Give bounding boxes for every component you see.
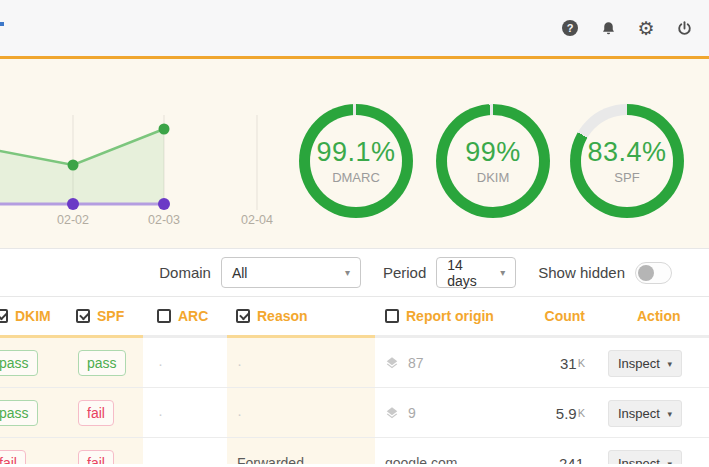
dkim-label: DKIM	[477, 170, 510, 185]
column-label: Count	[545, 308, 585, 324]
domain-select[interactable]: All ▾	[221, 257, 361, 288]
column-label: Action	[637, 308, 681, 324]
dkim-donut: 99% DKIM	[436, 104, 550, 218]
origin-count: 9	[408, 405, 416, 421]
table-row: pass pass · · 87 31K Inspect ▾	[0, 338, 709, 388]
summary-section: 02-02 02-03 02-04 99.1% DMARC 99% DKIM 8…	[0, 59, 709, 248]
column-label: SPF	[97, 308, 124, 324]
spf-result-badge: fail	[78, 400, 114, 426]
filter-bar: Domain All ▾ Period 14 days ▾ Show hidde…	[0, 248, 709, 297]
volume-area-chart: 02-02 02-03 02-04	[0, 59, 290, 248]
green-point[interactable]	[159, 124, 170, 135]
dkim-result-badge: pass	[0, 350, 38, 376]
dkim-percentage: 99%	[465, 137, 521, 168]
count-cell: 241	[559, 438, 585, 464]
origin-domain: google.com	[385, 455, 457, 464]
x-tick: 02-02	[57, 213, 89, 227]
report-origin-cell: google.com	[385, 438, 457, 464]
purple-point[interactable]	[158, 198, 170, 210]
column-label: Reason	[257, 308, 308, 324]
bell-icon[interactable]	[599, 19, 617, 37]
report-origin-cell: 9	[385, 388, 416, 438]
origin-count: 87	[408, 355, 424, 371]
spf-result-badge: pass	[78, 350, 126, 376]
spf-column-checkbox[interactable]	[76, 309, 90, 323]
count-value: 31	[560, 355, 577, 372]
x-tick: 02-04	[241, 213, 273, 227]
arc-cell: ·	[158, 438, 163, 464]
report-origin-column-checkbox[interactable]	[385, 309, 399, 323]
table-body: pass pass · · 87 31K Inspect ▾ pass fail…	[0, 338, 709, 464]
table-header: DKIM SPF ARC Reason Report origin Count …	[0, 297, 709, 338]
inspect-button[interactable]: Inspect ▾	[608, 400, 682, 427]
dkim-result-badge: fail	[0, 450, 26, 464]
dmarc-donut: 99.1% DMARC	[299, 104, 413, 218]
chevron-down-icon: ▾	[345, 267, 350, 278]
arc-cell: ·	[158, 338, 163, 388]
help-glyph: ?	[562, 20, 578, 36]
show-hidden-toggle[interactable]	[635, 262, 672, 284]
x-tick: 02-03	[148, 213, 180, 227]
column-label: DKIM	[15, 308, 51, 324]
inspect-label: Inspect	[618, 406, 660, 421]
count-suffix: K	[578, 357, 585, 369]
dmarc-percentage: 99.1%	[316, 137, 395, 168]
reason-cell: ·	[237, 388, 242, 438]
layers-icon	[385, 356, 399, 370]
domain-filter-label: Domain	[159, 264, 211, 281]
period-select-value: 14 days	[447, 257, 492, 289]
count-cell: 31K	[560, 338, 585, 388]
spf-result-badge: fail	[78, 450, 114, 464]
chevron-down-icon: ▾	[667, 459, 672, 465]
topbar: ? ⚙	[0, 0, 709, 56]
dkim-result-badge: pass	[0, 400, 38, 426]
help-icon[interactable]: ?	[561, 19, 579, 37]
chevron-down-icon: ▾	[667, 409, 672, 419]
column-header-dkim: DKIM	[0, 297, 51, 335]
inspect-label: Inspect	[618, 456, 660, 464]
dmarc-label: DMARC	[332, 170, 380, 185]
column-header-report-origin: Report origin	[385, 297, 494, 335]
table-row: pass fail · · 9 5.9K Inspect ▾	[0, 388, 709, 438]
count-suffix: K	[578, 407, 585, 419]
domain-select-value: All	[232, 265, 248, 281]
arc-cell: ·	[158, 388, 163, 438]
arc-column-checkbox[interactable]	[157, 309, 171, 323]
toggle-knob	[638, 265, 654, 281]
logo-fragment	[0, 22, 4, 26]
table-row: fail fail · Forwarded google.com 241 Ins…	[0, 438, 709, 464]
reason-cell: ·	[237, 338, 242, 388]
show-hidden-label: Show hidden	[538, 264, 625, 281]
spf-percentage: 83.4%	[587, 137, 666, 168]
power-icon[interactable]	[675, 19, 693, 37]
reason-cell: Forwarded	[237, 438, 304, 464]
gear-icon[interactable]: ⚙	[637, 19, 655, 37]
spf-donut: 83.4% SPF	[570, 104, 684, 218]
column-header-count: Count	[545, 297, 585, 335]
chevron-down-icon: ▾	[500, 267, 505, 278]
count-value: 241	[559, 455, 584, 465]
column-label: Report origin	[406, 308, 494, 324]
period-select[interactable]: 14 days ▾	[436, 257, 516, 288]
green-area-fill	[0, 129, 164, 204]
green-point[interactable]	[68, 160, 79, 171]
inspect-button[interactable]: Inspect ▾	[608, 350, 682, 377]
inspect-button[interactable]: Inspect ▾	[608, 450, 682, 464]
layers-icon	[385, 406, 399, 420]
dkim-column-checkbox[interactable]	[0, 309, 8, 323]
count-cell: 5.9K	[556, 388, 585, 438]
purple-point[interactable]	[67, 198, 79, 210]
chevron-down-icon: ▾	[667, 359, 672, 369]
count-value: 5.9	[556, 405, 577, 422]
bell-glyph	[600, 20, 617, 37]
report-origin-cell: 87	[385, 338, 424, 388]
gear-glyph: ⚙	[637, 19, 654, 38]
spf-label: SPF	[614, 170, 639, 185]
reason-column-checkbox[interactable]	[236, 309, 250, 323]
column-header-arc: ARC	[157, 297, 208, 335]
inspect-label: Inspect	[618, 356, 660, 371]
column-header-reason: Reason	[236, 297, 308, 335]
column-header-spf: SPF	[76, 297, 124, 335]
column-label: ARC	[178, 308, 208, 324]
period-filter-label: Period	[383, 264, 426, 281]
